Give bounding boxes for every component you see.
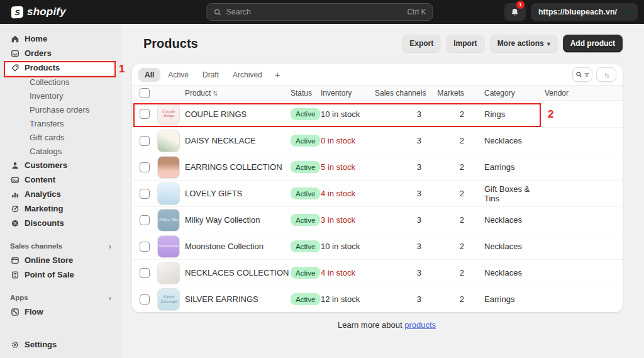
sidebar-item-home[interactable]: Home <box>5 31 116 46</box>
select-all-checkbox[interactable] <box>140 88 150 98</box>
row-checkbox[interactable] <box>140 162 150 172</box>
product-thumbnail <box>157 182 180 205</box>
sidebar-item-marketing[interactable]: Marketing <box>5 201 116 216</box>
sidebar-item-analytics[interactable]: Analytics <box>5 187 116 201</box>
sidebar-item-customers[interactable]: Customers <box>5 158 116 172</box>
product-name[interactable]: SILVER EARRINGS <box>185 294 291 304</box>
more-actions-button[interactable]: More actions ▾ <box>490 35 558 52</box>
sort-icon: ↑↓ <box>604 71 609 79</box>
table-row[interactable]: Couple Rings COUPLE RINGS Active 10 in s… <box>132 101 623 127</box>
table-row[interactable]: LOVELY GIFTS Active 4 in stock 3 2 Gift … <box>132 180 623 206</box>
status-badge: Active <box>291 187 320 199</box>
row-checkbox[interactable] <box>140 268 150 278</box>
sidebar-item-collections[interactable]: Collections <box>5 75 116 89</box>
products-card: AllActiveDraftArchived+ ↑↓ Product⇅ Stat… <box>132 64 623 312</box>
import-button[interactable]: Import <box>446 35 484 52</box>
sidebar-item-settings[interactable]: Settings <box>5 337 116 352</box>
category-value: Rings <box>484 109 545 119</box>
markets-value: 2 <box>421 162 464 172</box>
add-view-tab[interactable]: + <box>270 68 286 82</box>
inventory-value: 4 in stock <box>321 189 375 198</box>
search-shortcut: Ctrl K <box>407 8 426 16</box>
row-checkbox[interactable] <box>140 215 150 225</box>
sidebar-item-online-store[interactable]: Online Store <box>5 253 116 267</box>
markets-value: 2 <box>421 189 464 198</box>
sidebar-item-inventory[interactable]: Inventory <box>5 89 116 103</box>
table-row[interactable]: Moonstone Moonstone Collection Active 10… <box>132 233 623 259</box>
inventory-value: 4 in stock <box>321 268 375 277</box>
add-product-button[interactable]: Add product <box>563 35 623 52</box>
search-filter-button[interactable] <box>572 67 592 82</box>
category-value: Necklaces <box>484 215 545 225</box>
product-name[interactable]: LOVELY GIFTS <box>185 189 291 198</box>
row-checkbox[interactable] <box>140 109 150 119</box>
sidebar-item-products[interactable]: Products <box>5 60 116 75</box>
sales-channels-value: 3 <box>375 215 421 225</box>
global-search[interactable]: Ctrl K <box>206 3 433 21</box>
tab-all[interactable]: All <box>138 68 160 82</box>
page-title: Products <box>143 36 198 51</box>
sales-channels-value: 3 <box>375 162 421 172</box>
customers-icon <box>10 160 19 170</box>
product-thumbnail: Couple Rings <box>157 103 180 125</box>
table-row[interactable]: Milky Way Milky Way Collection Active 3 … <box>132 206 623 233</box>
table-row[interactable]: DAISY NECKLACE Active 0 in stock 3 2 Nec… <box>132 127 623 154</box>
sidebar-item-orders[interactable]: Orders <box>5 46 116 60</box>
pos-icon <box>10 270 19 279</box>
products-help-link[interactable]: products <box>404 320 436 330</box>
sidebar-item-gift-cards[interactable]: Gift cards <box>5 130 116 144</box>
product-thumbnail <box>157 156 180 179</box>
table-row[interactable]: Silver Earrings SILVER EARRINGS Active 1… <box>132 286 623 312</box>
sales-channels-value: 3 <box>375 109 421 119</box>
chevron-right-icon: › <box>109 293 111 303</box>
discounts-icon <box>10 218 19 228</box>
store-avatar: htt <box>622 6 635 19</box>
sort-arrows-icon[interactable]: ⇅ <box>213 90 218 97</box>
product-rows: Couple Rings COUPLE RINGS Active 10 in s… <box>132 101 623 312</box>
product-name[interactable]: COUPLE RINGS <box>185 109 291 119</box>
sidebar-item-discounts[interactable]: Discounts <box>5 216 116 230</box>
product-thumbnail <box>157 130 180 152</box>
sort-button[interactable]: ↑↓ <box>596 67 616 82</box>
markets-value: 2 <box>421 109 464 119</box>
sidebar-section-sales-channels[interactable]: Sales channels › <box>5 239 116 253</box>
sidebar-item-content[interactable]: Content <box>5 172 116 187</box>
product-name[interactable]: DAISY NECKLACE <box>185 136 291 145</box>
category-value: Earrings <box>484 294 545 304</box>
sidebar-item-transfers[interactable]: Transfers <box>5 116 116 130</box>
tab-archived[interactable]: Archived <box>226 68 269 82</box>
column-product: Product⇅ <box>185 89 291 98</box>
row-checkbox[interactable] <box>140 242 150 252</box>
column-markets: Markets <box>421 89 464 98</box>
orders-icon <box>10 48 19 58</box>
row-checkbox[interactable] <box>140 136 150 146</box>
inventory-value: 0 in stock <box>321 136 375 145</box>
sidebar-item-purchase-orders[interactable]: Purchase orders <box>5 103 116 116</box>
status-badge: Active <box>291 293 320 305</box>
table-row[interactable]: NECKLACES COLLECTION Active 4 in stock 3… <box>132 259 623 286</box>
product-name[interactable]: NECKLACES COLLECTION <box>185 268 291 277</box>
row-checkbox[interactable] <box>140 294 150 305</box>
search-icon <box>575 71 582 78</box>
table-row[interactable]: EARRINGS COLLECTION Active 5 in stock 3 … <box>132 154 623 180</box>
notifications-button[interactable]: 1 <box>504 3 526 21</box>
tab-draft[interactable]: Draft <box>196 68 225 82</box>
row-checkbox[interactable] <box>140 189 150 199</box>
store-menu[interactable]: https://bluepeach.vn/ htt <box>531 3 638 21</box>
tab-active[interactable]: Active <box>162 68 195 82</box>
product-name[interactable]: Moonstone Collection <box>185 242 291 251</box>
store-url: https://bluepeach.vn/ <box>538 8 617 16</box>
product-name[interactable]: EARRINGS COLLECTION <box>185 162 291 172</box>
shopify-logo[interactable]: S shopify <box>0 6 66 18</box>
chevron-right-icon: › <box>109 242 111 251</box>
search-input[interactable] <box>226 8 402 16</box>
sidebar-item-point-of-sale[interactable]: Point of Sale <box>5 267 116 282</box>
sidebar-item-catalogs[interactable]: Catalogs <box>5 144 116 158</box>
search-icon <box>213 8 221 16</box>
sales-channels-value: 3 <box>375 242 421 251</box>
sidebar-item-flow[interactable]: Flow <box>5 305 116 319</box>
product-name[interactable]: Milky Way Collection <box>185 215 291 225</box>
status-badge: Active <box>291 161 320 173</box>
sidebar-section-apps[interactable]: Apps › <box>5 291 116 305</box>
export-button[interactable]: Export <box>402 35 441 52</box>
